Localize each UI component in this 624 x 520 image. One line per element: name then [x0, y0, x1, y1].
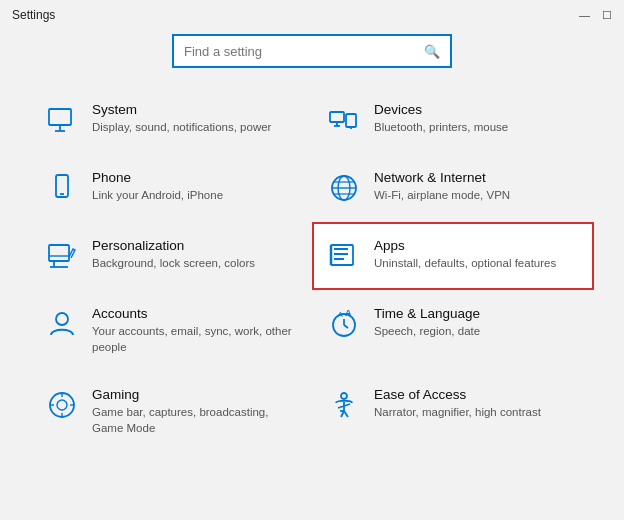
devices-title: Devices	[374, 102, 508, 117]
network-icon	[326, 170, 362, 206]
system-desc: Display, sound, notifications, power	[92, 119, 271, 135]
svg-rect-3	[330, 112, 344, 122]
network-title: Network & Internet	[374, 170, 510, 185]
svg-text:A: A	[338, 311, 343, 318]
time-icon: A A	[326, 306, 362, 342]
setting-personalization[interactable]: Personalization Background, lock screen,…	[30, 222, 312, 290]
settings-grid: System Display, sound, notifications, po…	[0, 86, 624, 452]
setting-network[interactable]: Network & Internet Wi-Fi, airplane mode,…	[312, 154, 594, 222]
window-controls: — ☐	[579, 10, 612, 21]
phone-title: Phone	[92, 170, 223, 185]
accounts-icon	[44, 306, 80, 342]
setting-ease[interactable]: Ease of Access Narrator, magnifier, high…	[312, 371, 594, 452]
svg-rect-4	[346, 114, 356, 127]
ease-desc: Narrator, magnifier, high contrast	[374, 404, 541, 420]
search-wrapper: 🔍	[0, 34, 624, 68]
setting-system[interactable]: System Display, sound, notifications, po…	[30, 86, 312, 154]
accounts-title: Accounts	[92, 306, 298, 321]
time-desc: Speech, region, date	[374, 323, 480, 339]
devices-desc: Bluetooth, printers, mouse	[374, 119, 508, 135]
setting-accounts[interactable]: Accounts Your accounts, email, sync, wor…	[30, 290, 312, 371]
svg-text:A: A	[345, 308, 352, 318]
setting-gaming[interactable]: Gaming Game bar, captures, broadcasting,…	[30, 371, 312, 452]
personalization-icon	[44, 238, 80, 274]
accounts-desc: Your accounts, email, sync, work, other …	[92, 323, 298, 355]
devices-icon	[326, 102, 362, 138]
time-title: Time & Language	[374, 306, 480, 321]
phone-desc: Link your Android, iPhone	[92, 187, 223, 203]
svg-point-32	[341, 393, 347, 399]
ease-title: Ease of Access	[374, 387, 541, 402]
phone-icon	[44, 170, 80, 206]
apps-desc: Uninstall, defaults, optional features	[374, 255, 556, 271]
ease-icon	[326, 387, 362, 423]
gaming-title: Gaming	[92, 387, 298, 402]
setting-devices[interactable]: Devices Bluetooth, printers, mouse	[312, 86, 594, 154]
title-bar: Settings — ☐	[0, 0, 624, 26]
minimize-button[interactable]: —	[579, 10, 590, 21]
system-title: System	[92, 102, 271, 117]
svg-point-24	[56, 313, 68, 325]
gaming-icon	[44, 387, 80, 423]
svg-rect-15	[49, 245, 69, 261]
svg-point-31	[57, 400, 67, 410]
search-input[interactable]	[184, 44, 424, 59]
setting-time[interactable]: A A Time & Language Speech, region, date	[312, 290, 594, 371]
search-bar[interactable]: 🔍	[172, 34, 452, 68]
setting-apps[interactable]: Apps Uninstall, defaults, optional featu…	[312, 222, 594, 290]
setting-phone[interactable]: Phone Link your Android, iPhone	[30, 154, 312, 222]
personalization-title: Personalization	[92, 238, 255, 253]
maximize-button[interactable]: ☐	[602, 10, 612, 21]
app-title: Settings	[12, 8, 55, 22]
search-icon: 🔍	[424, 44, 440, 59]
svg-line-36	[344, 411, 348, 417]
svg-line-27	[344, 325, 348, 328]
network-desc: Wi-Fi, airplane mode, VPN	[374, 187, 510, 203]
personalization-desc: Background, lock screen, colors	[92, 255, 255, 271]
apps-icon	[326, 238, 362, 274]
gaming-desc: Game bar, captures, broadcasting, Game M…	[92, 404, 298, 436]
svg-rect-0	[49, 109, 71, 125]
apps-title: Apps	[374, 238, 556, 253]
system-icon	[44, 102, 80, 138]
